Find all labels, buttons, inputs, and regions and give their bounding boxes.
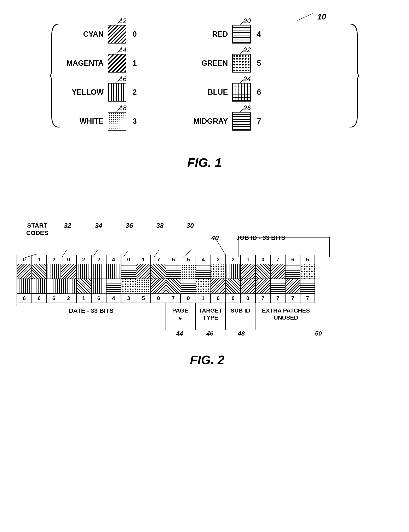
svg-line-5 <box>239 49 246 54</box>
red-label: RED <box>191 30 228 38</box>
top-num-1: 1 <box>31 255 46 264</box>
fig2-container: START CODES 32 34 36 38 30 <box>17 218 398 367</box>
ref-38: 38 <box>156 222 164 229</box>
fig2-diagram: START CODES 32 34 36 38 30 <box>17 255 398 345</box>
patch-white <box>108 112 126 131</box>
ref-34: 34 <box>95 222 102 229</box>
pr2-18 <box>285 279 300 294</box>
top-num-17: 7 <box>270 255 285 264</box>
fig1-ref-10: 10 <box>317 12 326 21</box>
bot-num-12: 1 <box>195 294 211 303</box>
bot-num-3: 2 <box>61 294 76 303</box>
top-num-15: 1 <box>240 255 255 264</box>
pr2-11 <box>181 279 195 294</box>
pr1-18 <box>285 264 300 279</box>
color-row-cyan: CYAN 12 0 <box>66 25 137 44</box>
connector-lines <box>17 218 390 259</box>
fig1-left-column: CYAN 12 0 MAGENTA 14 <box>66 25 137 131</box>
svg-line-7 <box>239 107 246 112</box>
bot-num-1: 6 <box>31 294 46 303</box>
fig1-container: 10 CYAN 12 <box>41 12 368 170</box>
top-num-5: 2 <box>91 255 106 264</box>
pr1-17 <box>270 264 285 279</box>
section-labels-row: DATE - 33 BITS PAGE# TARGETTYPE SUB ID E… <box>17 303 315 345</box>
bot-num-4: 1 <box>76 294 91 303</box>
yellow-label: YELLOW <box>66 88 104 97</box>
bot-num-5: 6 <box>91 294 106 303</box>
svg-line-2 <box>115 78 121 83</box>
red-number: 4 <box>257 30 261 38</box>
blue-label: BLUE <box>191 88 228 97</box>
pr2-2 <box>46 279 61 294</box>
svg-line-1 <box>115 49 121 54</box>
pr1-6 <box>106 264 121 279</box>
pr1-19 <box>300 264 315 279</box>
bot-num-7: 3 <box>121 294 136 303</box>
top-num-10: 6 <box>166 255 181 264</box>
pr1-4 <box>76 264 91 279</box>
top-num-13: 3 <box>211 255 225 264</box>
bot-num-11: 0 <box>181 294 195 303</box>
bot-num-16: 7 <box>255 294 270 303</box>
top-num-11: 5 <box>181 255 195 264</box>
ref-30: 30 <box>186 222 194 229</box>
pr2-6 <box>106 279 121 294</box>
pr2-12 <box>195 279 211 294</box>
pr1-11 <box>181 264 195 279</box>
pr2-9 <box>151 279 166 294</box>
pr2-3 <box>61 279 76 294</box>
top-num-9: 7 <box>151 255 166 264</box>
bot-num-10: 7 <box>166 294 181 303</box>
patch-row-2 <box>17 279 398 294</box>
bot-num-13: 6 <box>211 294 225 303</box>
sub-id-label: SUB ID <box>228 307 253 314</box>
pr2-14 <box>225 279 240 294</box>
pr2-4 <box>76 279 91 294</box>
bottom-number-row: 6 6 6 2 1 6 4 3 5 0 7 0 1 6 0 0 7 7 7 7 <box>17 294 398 303</box>
blue-number: 6 <box>257 88 261 97</box>
svg-line-6 <box>239 78 246 83</box>
bot-num-19: 7 <box>300 294 315 303</box>
patch-magenta <box>108 54 126 73</box>
color-row-blue: BLUE 24 6 <box>191 83 261 102</box>
bot-num-2: 6 <box>46 294 61 303</box>
pr1-1 <box>31 264 46 279</box>
pr1-14 <box>225 264 240 279</box>
pr2-15 <box>240 279 255 294</box>
yellow-number: 2 <box>133 88 137 97</box>
top-num-18: 6 <box>285 255 300 264</box>
pr2-17 <box>270 279 285 294</box>
pr2-8 <box>136 279 151 294</box>
fig1-right-brace <box>347 24 359 127</box>
target-type-label: TARGETTYPE <box>198 307 223 321</box>
magenta-label: MAGENTA <box>66 59 104 67</box>
fig1-content: CYAN 12 0 MAGENTA 14 <box>54 25 355 131</box>
top-num-8: 1 <box>136 255 151 264</box>
ref-32: 32 <box>64 222 71 229</box>
pr2-5 <box>91 279 106 294</box>
color-row-white: WHITE 18 3 <box>66 112 137 131</box>
white-number: 3 <box>133 117 137 126</box>
top-num-12: 4 <box>195 255 211 264</box>
magenta-number: 1 <box>133 59 137 67</box>
fig1-right-column: RED 20 4 GREEN 22 <box>191 25 261 131</box>
patch-cyan <box>108 25 126 44</box>
pr1-16 <box>255 264 270 279</box>
pr1-9 <box>151 264 166 279</box>
top-num-7: 0 <box>121 255 136 264</box>
extra-patches-label: EXTRA PATCHESUNUSED <box>259 307 313 321</box>
pr2-0 <box>17 279 31 294</box>
green-label: GREEN <box>191 59 228 67</box>
bot-num-8: 5 <box>136 294 151 303</box>
ref-40: 40 <box>211 234 219 242</box>
pr2-1 <box>31 279 46 294</box>
top-number-row: 0 1 2 0 2 2 4 0 1 7 6 5 4 3 2 1 0 <box>17 255 398 264</box>
svg-line-3 <box>115 107 121 112</box>
top-num-14: 2 <box>225 255 240 264</box>
ref-44: 44 <box>176 330 183 337</box>
top-num-4: 2 <box>76 255 91 264</box>
bot-num-6: 4 <box>106 294 121 303</box>
pr2-19 <box>300 279 315 294</box>
patch-green <box>232 54 251 73</box>
bot-num-14: 0 <box>225 294 240 303</box>
